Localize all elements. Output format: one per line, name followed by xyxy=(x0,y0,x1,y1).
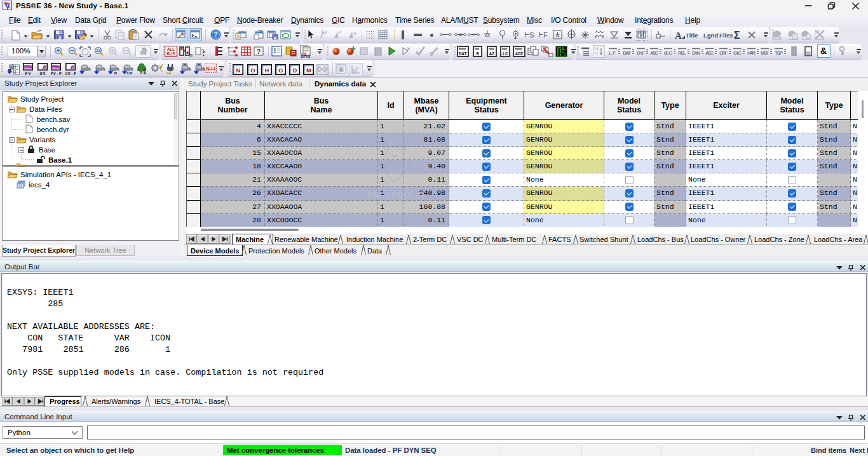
svg-text:MST: MST xyxy=(761,50,769,56)
svg-text:DAT: DAT xyxy=(459,51,467,57)
svg-text:QV-P: QV-P xyxy=(65,72,76,76)
svg-text:LF: LF xyxy=(609,50,616,56)
svg-text:PV-P: PV-P xyxy=(51,72,62,76)
svg-text:°1: °1 xyxy=(595,47,599,51)
svg-text:Files: Files xyxy=(719,32,733,39)
svg-text:S: S xyxy=(529,31,534,39)
svg-text:ASC: ASC xyxy=(650,50,658,56)
svg-text:DIF: DIF xyxy=(637,50,645,56)
svg-text:F: F xyxy=(543,31,548,39)
svg-text:AZ: AZ xyxy=(489,51,494,57)
svg-text:ACC: ACC xyxy=(705,50,714,56)
svg-text:HAR: HAR xyxy=(747,50,756,56)
svg-text:1x: 1x xyxy=(96,48,101,53)
svg-text:TSP: TSP xyxy=(775,50,783,56)
svg-text:N: N xyxy=(236,67,241,74)
svg-text:D: D xyxy=(293,67,297,74)
svg-text:DFAX: DFAX xyxy=(301,55,311,58)
svg-text:BD: BD xyxy=(189,53,193,57)
svg-text:CR: CR xyxy=(127,71,133,75)
svg-text:Σ: Σ xyxy=(734,30,740,41)
svg-text:BUS: BUS xyxy=(166,51,175,56)
svg-text:ALL: ALL xyxy=(167,47,175,51)
svg-text:PV: PV xyxy=(25,72,31,76)
svg-text:O: O xyxy=(250,67,255,74)
svg-text:QV: QV xyxy=(40,72,46,76)
svg-text:H: H xyxy=(264,67,269,74)
svg-text:N-I-I: N-I-I xyxy=(206,66,215,72)
svg-text:IEC: IEC xyxy=(664,50,672,56)
svg-text:?: ? xyxy=(214,31,217,38)
svg-text:°!: °! xyxy=(595,51,597,55)
svg-text:DAT: DAT xyxy=(623,50,631,56)
svg-text:REL: REL xyxy=(678,50,686,56)
svg-text:M: M xyxy=(306,67,311,74)
svg-text:OPF: OPF xyxy=(719,50,728,56)
svg-text:G: G xyxy=(278,67,283,74)
svg-text:GIC: GIC xyxy=(733,50,742,56)
svg-text:Title: Title xyxy=(686,32,698,39)
svg-text:AOZ: AOZ xyxy=(515,51,524,57)
svg-text:?: ? xyxy=(257,48,261,55)
svg-text:N: N xyxy=(114,71,117,75)
svg-text:DYN: DYN xyxy=(692,50,700,56)
svg-text:A: A xyxy=(675,30,682,40)
svg-text:LC: LC xyxy=(503,51,508,57)
svg-text:Lgnd: Lgnd xyxy=(703,32,718,39)
